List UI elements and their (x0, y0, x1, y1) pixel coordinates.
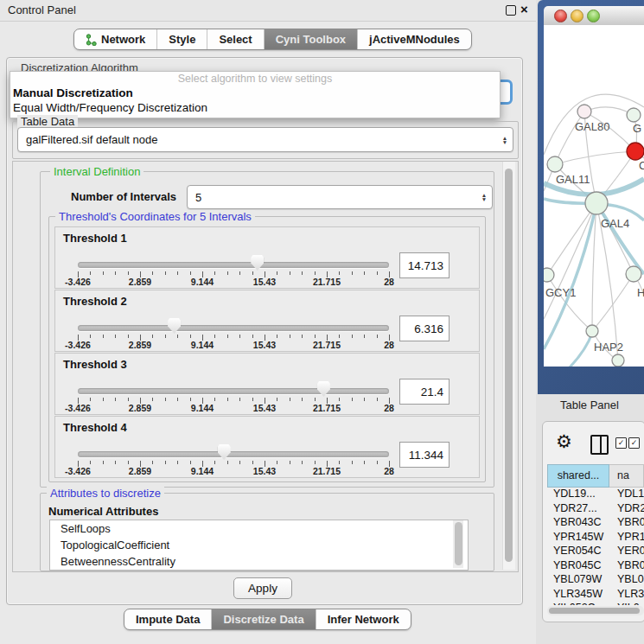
table-row[interactable]: YBL079WYBL0 (547, 573, 644, 588)
table-row[interactable]: YPR145WYPR1 (547, 531, 644, 545)
float-window-icon[interactable] (506, 5, 516, 16)
network-node-gcy1[interactable] (544, 268, 554, 282)
slider-thumb[interactable] (168, 318, 181, 334)
tab-label: Style (169, 29, 195, 49)
tab-discretize-data[interactable]: Discretize Data (212, 609, 316, 629)
network-node-gal80[interactable] (577, 105, 591, 118)
checkbox-checked-icon[interactable]: ✓ (615, 437, 627, 449)
checkbox-checked-icon[interactable]: ✓ (628, 437, 640, 449)
table-row[interactable]: YDL19...YDL1 (547, 488, 644, 502)
tab-infer-network[interactable]: Infer Network (316, 609, 411, 629)
algorithm-dropdown-popup: Select algorithm to view settings Manual… (10, 71, 501, 118)
tab-jactivemnodules[interactable]: jActiveMNodules (358, 29, 471, 49)
split-columns-icon[interactable] (590, 435, 609, 455)
number-of-intervals-label: Number of Intervals (71, 190, 176, 203)
table-data-combobox[interactable]: galFiltered.sif default node ▲▼ (17, 127, 513, 152)
number-of-intervals-combobox[interactable]: 5 ▲▼ (187, 185, 493, 209)
tick-label: -3.426 (65, 466, 91, 476)
attributes-list-scrollbar[interactable] (453, 520, 463, 568)
tab-network[interactable]: Network (74, 29, 157, 49)
stepper-arrows-icon: ▲▼ (497, 136, 513, 144)
threshold-label: Threshold 2 (63, 295, 127, 308)
scrollbar-thumb[interactable] (549, 608, 640, 614)
network-edge[interactable] (555, 151, 635, 164)
network-window[interactable]: GAL80GCGAL11GAL4GCY1HHAP2 (538, 0, 644, 394)
table-panel-title: Table Panel (560, 399, 619, 411)
tab-label: Cyni Toolbox (276, 29, 346, 49)
network-node-g[interactable] (627, 108, 641, 122)
attribute-list-item[interactable]: SelfLoops (50, 520, 468, 537)
scrollbar-thumb[interactable] (455, 522, 462, 565)
network-node-hap2[interactable] (586, 325, 598, 337)
close-icon[interactable]: × (520, 2, 528, 16)
dropdown-option-manual[interactable]: Manual Discretization (10, 86, 500, 100)
tab-label: Network (101, 29, 145, 49)
cell-name: YPR1 (609, 531, 644, 545)
table-row[interactable]: YLR345WYLR3 (547, 588, 644, 603)
cell-shared-name: YIL052C (547, 602, 609, 605)
network-edge[interactable] (544, 203, 596, 319)
attribute-list-item[interactable]: TopologicalCoefficient (50, 537, 468, 553)
mac-zoom-icon[interactable] (587, 10, 600, 22)
threshold-label: Threshold 4 (63, 421, 127, 434)
stepper-arrows-icon: ▲▼ (476, 193, 492, 201)
network-node-h[interactable] (626, 266, 641, 282)
slider-thumb[interactable] (251, 255, 264, 271)
mac-close-icon[interactable] (554, 10, 567, 22)
slider-tick-labels: -3.4262.8599.14415.4321.71528 (78, 277, 389, 287)
numerical-attributes-list[interactable]: SelfLoopsTopologicalCoefficientBetweenne… (49, 520, 469, 571)
network-node[interactable] (612, 354, 624, 367)
mac-minimize-icon[interactable] (571, 10, 583, 22)
tab-style[interactable]: Style (157, 29, 207, 49)
threshold-value-field[interactable]: 6.316 (399, 316, 450, 341)
network-edge[interactable] (547, 275, 592, 331)
cell-name: YBR0 (609, 559, 644, 574)
network-node-label: G (633, 122, 641, 135)
gear-icon[interactable]: ⚙ (556, 431, 572, 452)
tab-impute-data[interactable]: Impute Data (124, 609, 212, 629)
slider-thumb[interactable] (218, 444, 231, 460)
threshold-value-field[interactable]: 11.344 (399, 442, 450, 468)
app-root: Control Panel × NetworkStyleSelectCyni T… (0, 0, 644, 644)
main-vertical-scrollbar[interactable] (502, 162, 515, 570)
slider-track[interactable] (78, 262, 389, 268)
network-node-gal4[interactable] (585, 192, 608, 214)
cell-shared-name: YBR043C (547, 516, 609, 531)
column-header-shared[interactable]: shared... (547, 464, 609, 488)
tick-label: 21.715 (313, 403, 341, 413)
dropdown-option-equal-width[interactable]: Equal Width/Frequency Discretization (10, 100, 500, 115)
cell-name: YDL1 (609, 488, 644, 502)
tab-cyni-toolbox[interactable]: Cyni Toolbox (265, 29, 358, 49)
threshold-value-field[interactable]: 21.4 (399, 379, 450, 405)
column-header-name[interactable]: na (609, 464, 644, 488)
table-row[interactable]: YBR043CYBR0 (547, 516, 644, 531)
scrollbar-thumb[interactable] (505, 169, 513, 562)
threshold-value-field[interactable]: 14.713 (399, 252, 450, 278)
table-row[interactable]: YER054CYER0 (547, 545, 644, 559)
tick-label: -3.426 (65, 340, 91, 350)
table-row[interactable]: YDR27...YDR2 (547, 502, 644, 517)
table-row[interactable]: YBR045CYBR0 (547, 559, 644, 574)
network-node-c[interactable] (627, 143, 644, 160)
top-tab-bar: NetworkStyleSelectCyni ToolboxjActiveMNo… (73, 29, 472, 50)
tick-label: 2.859 (129, 277, 151, 287)
threshold-panel-4: Threshold 4-3.4262.8599.14415.4321.71528… (54, 416, 480, 478)
table-row[interactable]: YIL052CYIL0 (547, 602, 644, 605)
network-edge-highlighted[interactable] (570, 333, 592, 367)
table-horizontal-scrollbar[interactable] (547, 606, 644, 615)
tick-label: 28 (384, 466, 394, 476)
slider-track[interactable] (78, 325, 389, 331)
network-window-titlebar[interactable] (544, 6, 644, 26)
tab-select[interactable]: Select (207, 29, 264, 49)
tab-label: Select (219, 29, 252, 49)
slider-track[interactable] (78, 388, 389, 394)
slider-thumb[interactable] (317, 381, 330, 397)
slider-track[interactable] (78, 451, 389, 457)
apply-button[interactable]: Apply (233, 577, 292, 599)
attribute-list-item[interactable]: BetweennessCentrality (50, 553, 468, 570)
network-node-gal11[interactable] (547, 156, 563, 172)
tick-label: 9.144 (191, 340, 214, 350)
network-canvas[interactable]: GAL80GCGAL11GAL4GCY1HHAP2 (544, 25, 644, 367)
tick-label: 9.144 (191, 277, 214, 287)
tick-label: 2.859 (129, 403, 151, 413)
